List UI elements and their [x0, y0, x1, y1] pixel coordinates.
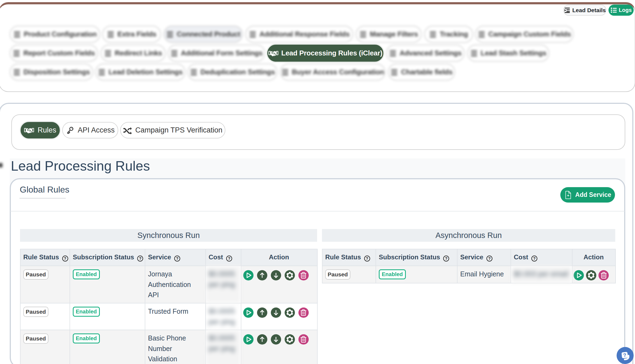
svg-text:?: ?: [623, 352, 627, 358]
